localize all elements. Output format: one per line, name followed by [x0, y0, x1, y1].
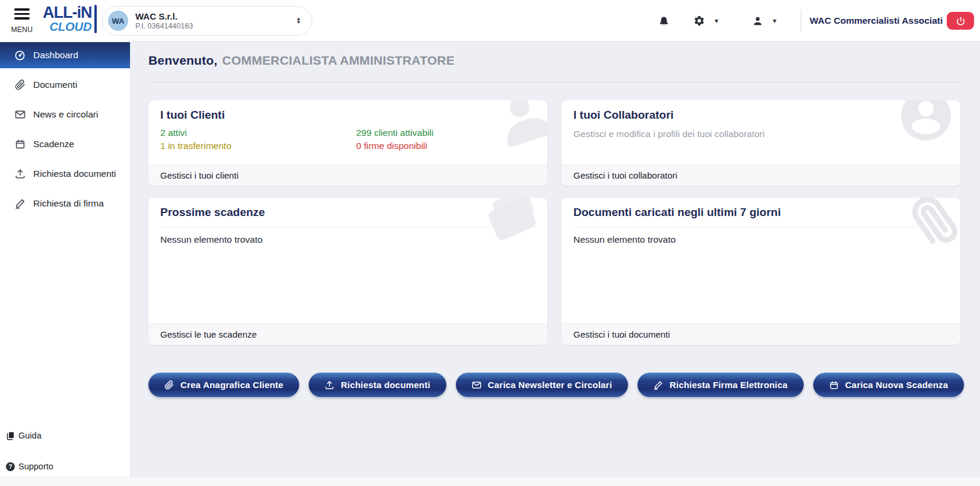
signature-icon	[14, 198, 26, 209]
user-icon[interactable]	[750, 0, 765, 42]
horizontal-scrollbar-track[interactable]	[0, 477, 980, 486]
book-icon	[6, 431, 15, 440]
sidebar-item-scadenze[interactable]: Scadenze	[0, 131, 130, 157]
upload-icon	[14, 169, 26, 180]
topbar-divider	[801, 9, 801, 32]
sidebar-item-guida[interactable]: Guida	[6, 431, 42, 440]
stat-signatures-available: 0 firme disponibili	[356, 139, 427, 153]
sidebar-item-label: News e circolari	[33, 109, 98, 120]
main-content: Benvenuto,COMMERCIALISTA AMMINISTRATORE …	[131, 42, 980, 486]
action-button-label: Carica Nuova Scadenza	[845, 380, 948, 390]
mail-icon	[472, 380, 481, 390]
help-circle-icon: ?	[6, 462, 15, 471]
quick-actions: Crea Anagrafica Cliente Richiesta docume…	[148, 373, 964, 397]
empty-state-text: Nessun elemento trovato	[573, 234, 675, 245]
topbar-right-cluster: ▾ ▾ WAC Commercialisti Associati	[0, 0, 980, 42]
card-title: I tuoi Clienti	[160, 109, 494, 122]
paperclip-icon	[164, 380, 174, 390]
sidebar-item-richiesta-di-firma[interactable]: Richiesta di firma	[0, 190, 130, 217]
card-clients: I tuoi Clienti 2 attivi 299 clienti atti…	[148, 100, 547, 186]
upload-icon	[325, 380, 334, 390]
sidebar-item-label: Richiesta documenti	[33, 169, 116, 179]
stat-active-clients: 2 attivi	[160, 126, 356, 139]
page-title: Benvenuto,COMMERCIALISTA AMMINISTRATORE	[148, 53, 455, 68]
app-root: MENU ALL-iN CLOUD WA WAC S.r.l. P.I. 036…	[0, 0, 980, 486]
welcome-divider	[148, 82, 960, 82]
sidebar-item-documenti[interactable]: Documenti	[0, 72, 130, 98]
sidebar-item-dashboard[interactable]: Dashboard	[0, 42, 130, 68]
manage-documents-link[interactable]: Gestisci i tuoi documenti	[562, 323, 960, 345]
sidebar-item-label: Scadenze	[33, 139, 74, 150]
request-documents-button[interactable]: Richiesta documenti	[309, 373, 446, 397]
welcome-prefix: Benvenuto,	[148, 53, 217, 67]
upload-new-deadline-button[interactable]: Carica Nuova Scadenza	[813, 373, 964, 397]
sidebar-item-news-e-circolari[interactable]: News e circolari	[0, 101, 130, 128]
sidebar-item-label: Richiesta di firma	[33, 198, 104, 209]
card-recent-documents: Documenti caricati negli ultimi 7 giorni…	[562, 198, 960, 345]
action-button-label: Carica Newsletter e Circolari	[488, 380, 612, 390]
firm-name: WAC Commercialisti Associati	[810, 0, 943, 42]
card-title: Documenti caricati negli ultimi 7 giorni	[573, 206, 949, 227]
paperclip-icon	[14, 80, 26, 91]
create-client-button[interactable]: Crea Anagrafica Cliente	[148, 373, 299, 397]
gear-icon[interactable]	[692, 0, 706, 42]
action-button-label: Crea Anagrafica Cliente	[180, 380, 283, 390]
sidebar-item-richiesta-documenti[interactable]: Richiesta documenti	[0, 161, 130, 187]
stat-clients-in-transfer: 1 in trasferimento	[160, 139, 356, 153]
sidebar-item-label: Documenti	[33, 80, 77, 90]
person-circle-icon	[900, 100, 952, 144]
sidebar-item-supporto[interactable]: ? Supporto	[6, 462, 53, 471]
action-button-label: Richiesta Firma Elettronica	[670, 380, 788, 390]
power-icon	[956, 17, 965, 26]
card-subtitle: Gestisci e modifica i profili dei tuoi c…	[573, 129, 765, 139]
card-deadlines: Prossime scadenze Nessun elemento trovat…	[148, 198, 547, 345]
mail-icon	[14, 109, 26, 120]
manage-deadlines-link[interactable]: Gestisci le tue scadenze	[148, 323, 547, 345]
account-caret-icon[interactable]: ▾	[769, 0, 780, 42]
card-title: I tuoi Collaboratori	[573, 109, 907, 122]
bell-icon[interactable]	[656, 0, 671, 42]
request-esignature-button[interactable]: Richiesta Firma Elettronica	[638, 373, 804, 397]
signature-icon	[654, 380, 663, 390]
manage-collaborators-link[interactable]: Gestisci i tuoi collaboratori	[562, 164, 960, 186]
action-button-label: Richiesta documenti	[341, 380, 430, 390]
card-title: Prossime scadenze	[160, 206, 535, 227]
upload-newsletter-button[interactable]: Carica Newsletter e Circolari	[456, 373, 628, 397]
stat-activatable-clients: 299 clienti attivabili	[356, 126, 433, 139]
empty-state-text: Nessun elemento trovato	[160, 234, 262, 245]
settings-caret-icon[interactable]: ▾	[711, 0, 722, 42]
top-bar: MENU ALL-iN CLOUD WA WAC S.r.l. P.I. 036…	[0, 0, 980, 42]
logout-button[interactable]	[947, 12, 974, 30]
calendar-icon	[14, 139, 26, 150]
calendar-icon	[829, 380, 839, 390]
sidebar: Dashboard Documenti News e circolari Sca…	[0, 42, 131, 477]
client-stats: 2 attivi 299 clienti attivabili 1 in tra…	[160, 126, 535, 153]
gauge-icon	[14, 50, 26, 61]
welcome-user-name: COMMERCIALISTA AMMINISTRATORE	[222, 53, 455, 67]
sidebar-item-label: Dashboard	[33, 50, 78, 61]
sidebar-footer-label: Supporto	[18, 462, 53, 471]
manage-clients-link[interactable]: Gestisci i tuoi clienti	[148, 164, 547, 186]
sidebar-footer-label: Guida	[18, 431, 42, 440]
card-collaborators: I tuoi Collaboratori Gestisci e modifica…	[562, 100, 960, 186]
